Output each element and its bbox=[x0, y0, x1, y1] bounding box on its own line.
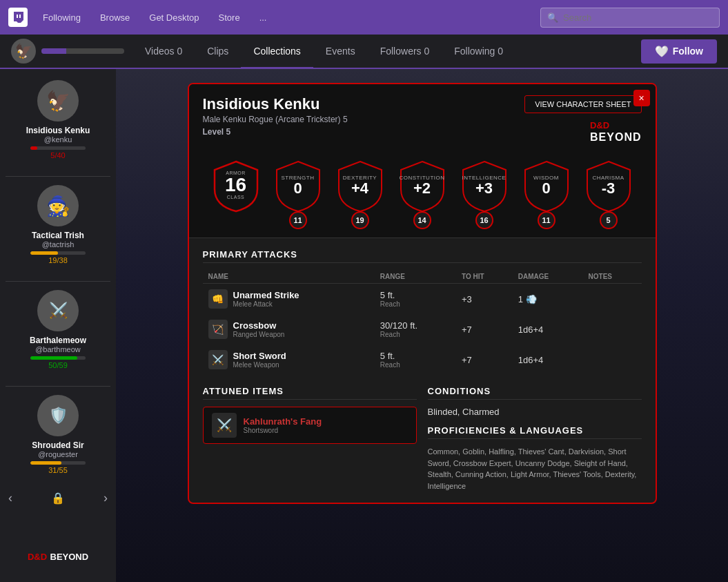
avatar-2: ⚔️ bbox=[37, 290, 79, 331]
modal-overlay: × Insidious Kenku Male Kenku Rogue (Arca… bbox=[116, 69, 728, 582]
sidebar-name-0: Insidious Kenku bbox=[26, 126, 90, 135]
sidebar-handle-1: @tactrish bbox=[42, 240, 75, 249]
twitch-logo[interactable] bbox=[8, 8, 28, 27]
attack-damage-2: 1d6+4 bbox=[513, 345, 583, 375]
nav-desktop[interactable]: Get Desktop bbox=[145, 10, 203, 26]
conditions-title: CONDITIONS bbox=[428, 386, 642, 400]
tab-followers[interactable]: Followers 0 bbox=[368, 35, 442, 69]
attack-range-0: 5 ft.Reach bbox=[375, 284, 456, 315]
attack-damage-0: 1 💨 bbox=[513, 284, 583, 315]
sub-navigation: 🦅 Videos 0 Clips Collections Events Foll… bbox=[0, 35, 728, 69]
modal-header-right: VIEW CHARACTER SHEET D&D BEYOND bbox=[524, 95, 641, 144]
svg-rect-1 bbox=[17, 14, 18, 18]
col-range: RANGE bbox=[375, 270, 456, 284]
attack-row-2: ⚔️ Short Sword Melee Weapon 5 ft.Reach bbox=[203, 345, 642, 375]
attuned-type-0: Shortsword bbox=[244, 427, 322, 434]
sidebar-hp-2: 50/59 bbox=[30, 356, 86, 369]
stat-strength: STRENGTH 0 11 bbox=[270, 159, 326, 229]
stat-constitution: CONSTITUTION +2 14 bbox=[395, 159, 450, 229]
nav-browse[interactable]: Browse bbox=[96, 10, 134, 26]
nav-store[interactable]: Store bbox=[215, 10, 244, 26]
attuned-item-0[interactable]: ⚔️ Kahlunrath's Fang Shortsword bbox=[203, 407, 417, 444]
stat-charisma: CHARISMA -3 5 bbox=[581, 159, 636, 229]
attack-notes-1 bbox=[583, 314, 642, 345]
lock-icon: 🔒 bbox=[51, 492, 65, 505]
attack-name-0: Unarmed Strike bbox=[233, 290, 299, 300]
primary-attacks-title: PRIMARY ATTACKS bbox=[203, 249, 642, 263]
nav-following[interactable]: Following bbox=[39, 10, 85, 26]
attack-type-1: Ranged Weapon bbox=[233, 331, 285, 338]
attuned-icon-0: ⚔️ bbox=[212, 413, 237, 438]
sidebar-handle-3: @roguester bbox=[38, 450, 78, 458]
character-subtitle: Male Kenku Rogue (Arcane Trickster) 5 bbox=[203, 115, 348, 124]
attack-notes-2 bbox=[583, 345, 642, 375]
view-sheet-button[interactable]: VIEW CHARACTER SHEET bbox=[524, 95, 641, 113]
attack-tohit-2: +7 bbox=[456, 345, 513, 375]
sidebar-nav-arrows: ‹ 🔒 › bbox=[6, 491, 110, 505]
tab-events[interactable]: Events bbox=[313, 35, 368, 69]
search-icon: 🔍 bbox=[547, 12, 558, 23]
attack-name-2: Short Sword bbox=[233, 351, 286, 361]
attack-icon-2: ⚔️ bbox=[208, 350, 228, 369]
tab-following[interactable]: Following 0 bbox=[442, 35, 515, 69]
nav-more[interactable]: ... bbox=[255, 10, 271, 26]
stat-armor: ARMOR 16 CLASS bbox=[208, 159, 264, 229]
modal-close-button[interactable]: × bbox=[633, 90, 650, 106]
character-name: Insidious Kenku bbox=[203, 95, 348, 113]
col-name: NAME bbox=[203, 270, 375, 284]
avatar-3: 🛡️ bbox=[37, 395, 79, 436]
stat-wisdom: WISDOM 0 11 bbox=[519, 159, 574, 229]
col-damage: DAMAGE bbox=[513, 270, 583, 284]
sidebar-user-3[interactable]: 🛡️ Shrouded Sir @roguester 31/55 bbox=[6, 395, 110, 474]
sidebar-user-0[interactable]: 🦅 Insidious Kenku @kenku 5/40 bbox=[6, 80, 110, 159]
sidebar-user-2[interactable]: ⚔️ Barthalemeow @barthmeow 50/59 bbox=[6, 290, 110, 369]
attacks-table: NAME RANGE TO HIT DAMAGE NOTES bbox=[203, 270, 642, 375]
svg-rect-2 bbox=[19, 14, 21, 18]
attuned-name-0: Kahlunrath's Fang bbox=[244, 416, 322, 427]
right-column: CONDITIONS Blinded, Charmed PROFICIENCIE… bbox=[428, 386, 642, 492]
attack-type-2: Melee Weapon bbox=[233, 361, 286, 369]
attack-tohit-0: +3 bbox=[456, 284, 513, 315]
follow-button[interactable]: 🤍 Follow bbox=[641, 39, 717, 64]
sidebar-name-1: Tactical Trish bbox=[32, 231, 84, 240]
sidebar-handle-0: @kenku bbox=[44, 135, 72, 144]
main-area: 🦅 Insidious Kenku @kenku 5/40 🧙 Tactical… bbox=[0, 69, 728, 582]
col-tohit: TO HIT bbox=[456, 270, 513, 284]
attack-range-2: 5 ft.Reach bbox=[375, 345, 456, 375]
attack-tohit-1: +7 bbox=[456, 314, 513, 345]
sidebar-name-3: Shrouded Sir bbox=[32, 440, 83, 450]
stat-dexterity: DEXTERITY +4 19 bbox=[333, 159, 388, 229]
attuned-title: ATTUNED ITEMS bbox=[203, 386, 417, 400]
avatar-1: 🧙 bbox=[37, 185, 79, 226]
tab-collections[interactable]: Collections bbox=[241, 35, 313, 69]
proficiencies-title: PROFICIENCIES & LANGUAGES bbox=[428, 425, 642, 439]
attack-icon-1: 🏹 bbox=[208, 320, 228, 339]
search-input[interactable] bbox=[540, 8, 720, 28]
tab-videos[interactable]: Videos 0 bbox=[132, 35, 195, 69]
attack-type-0: Melee Attack bbox=[233, 300, 299, 308]
attack-row-0: 👊 Unarmed Strike Melee Attack 5 ft.Reach bbox=[203, 284, 642, 315]
sidebar-hp-0: 5/40 bbox=[30, 146, 86, 159]
proficiencies-text: Common, Goblin, Halfling, Thieves' Cant,… bbox=[428, 446, 642, 492]
attack-icon-0: 👊 bbox=[208, 289, 228, 309]
sidebar-prev-button[interactable]: ‹ bbox=[8, 491, 12, 505]
attack-range-1: 30/120 ft.Reach bbox=[375, 314, 456, 345]
attack-damage-1: 1d6+4 bbox=[513, 314, 583, 345]
modal-body: PRIMARY ATTACKS NAME RANGE TO HIT DAMAGE… bbox=[189, 238, 656, 503]
sidebar-next-button[interactable]: › bbox=[104, 491, 108, 505]
attack-name-1: Crossbow bbox=[233, 320, 285, 331]
tab-clips[interactable]: Clips bbox=[195, 35, 241, 69]
sidebar-user-1[interactable]: 🧙 Tactical Trish @tactrish 19/38 bbox=[6, 185, 110, 264]
attack-row-1: 🏹 Crossbow Ranged Weapon 30/120 ft.Reach bbox=[203, 314, 642, 345]
bottom-grid: ATTUNED ITEMS ⚔️ Kahlunrath's Fang Short… bbox=[203, 386, 642, 492]
conditions-list: Blinded, Charmed bbox=[428, 407, 642, 417]
sidebar: 🦅 Insidious Kenku @kenku 5/40 🧙 Tactical… bbox=[0, 69, 116, 582]
col-notes: NOTES bbox=[583, 270, 642, 284]
top-navigation: Following Browse Get Desktop Store ... 🔍 bbox=[0, 0, 728, 35]
sidebar-hp-1: 19/38 bbox=[30, 251, 86, 264]
character-level: Level 5 bbox=[203, 127, 348, 137]
stat-intelligence: INTELLIGENCE +3 16 bbox=[457, 159, 512, 229]
left-column: ATTUNED ITEMS ⚔️ Kahlunrath's Fang Short… bbox=[203, 386, 417, 492]
content-area: × Insidious Kenku Male Kenku Rogue (Arca… bbox=[116, 69, 728, 582]
sidebar-name-2: Barthalemeow bbox=[30, 336, 86, 345]
